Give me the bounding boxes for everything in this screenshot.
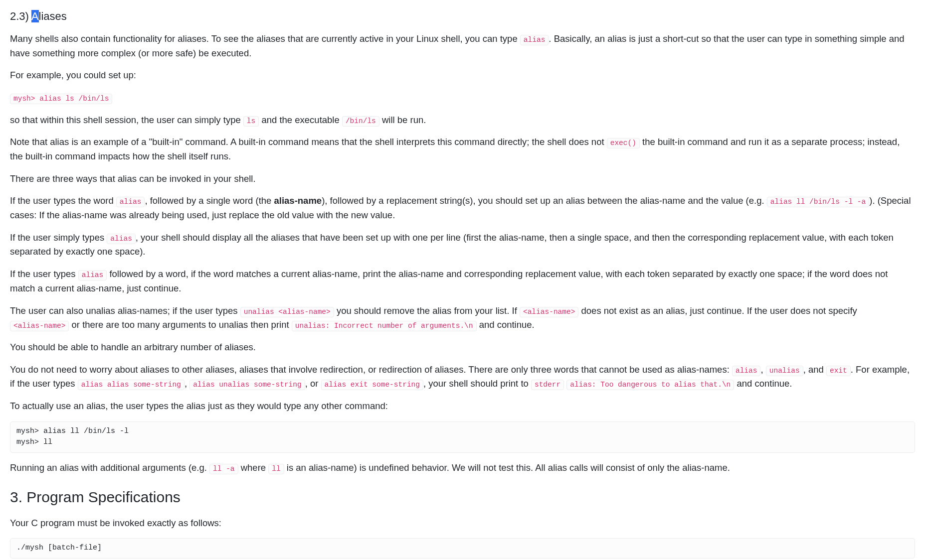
text: Running an alias with additional argumen… bbox=[10, 462, 209, 473]
inline-code: alias unalias some-string bbox=[189, 380, 305, 390]
text: , your shell should display all the alia… bbox=[10, 232, 894, 257]
text: , bbox=[185, 378, 189, 389]
paragraph: If the user types the word alias, follow… bbox=[10, 194, 915, 222]
text: is an alias-name) is undefined behavior.… bbox=[284, 462, 730, 473]
paragraph: If the user types alias followed by a wo… bbox=[10, 267, 915, 295]
text: If the user types the word bbox=[10, 195, 116, 206]
inline-code: alias bbox=[520, 35, 549, 45]
paragraph: so that within this shell session, the u… bbox=[10, 113, 915, 128]
text: so that within this shell session, the u… bbox=[10, 115, 243, 125]
text: If the user types bbox=[10, 269, 78, 279]
inline-code: alias exit some-string bbox=[321, 380, 423, 390]
inline-code: mysh> alias ls /bin/ls bbox=[10, 94, 112, 104]
text: followed by a word, if the word matches … bbox=[10, 269, 888, 293]
section-3-heading: 3. Program Specifications bbox=[10, 486, 915, 509]
paragraph: Your C program must be invoked exactly a… bbox=[10, 516, 915, 531]
inline-code: unalias: Incorrect number of arguments.\… bbox=[292, 321, 477, 331]
inline-code: alias bbox=[116, 197, 145, 207]
text: , or bbox=[305, 378, 321, 389]
code-block: ./mysh [batch-file] bbox=[10, 538, 915, 559]
paragraph: The user can also unalias alias-names; i… bbox=[10, 304, 915, 332]
text: The user can also unalias alias-names; i… bbox=[10, 305, 240, 316]
document-page: 2.3) Aliases Many shells also contain fu… bbox=[0, 0, 925, 560]
inline-code: stderr bbox=[531, 380, 564, 390]
inline-code: alias bbox=[107, 234, 136, 244]
inline-code: alias: Too dangerous to alias that.\n bbox=[566, 380, 734, 390]
text: You do not need to worry about aliases t… bbox=[10, 364, 732, 375]
text: will be run. bbox=[379, 115, 426, 125]
inline-code: ls bbox=[243, 116, 259, 127]
inline-code: alias bbox=[732, 366, 761, 376]
paragraph: There are three ways that alias can be i… bbox=[10, 172, 915, 186]
inline-code: alias ll /bin/ls -l -a bbox=[767, 197, 869, 207]
text: and continue. bbox=[477, 319, 535, 330]
text: ), followed by a replacement string(s), … bbox=[322, 195, 767, 206]
paragraph: You do not need to worry about aliases t… bbox=[10, 363, 915, 391]
paragraph: You should be able to handle an arbitrar… bbox=[10, 340, 915, 355]
inline-code: <alias-name> bbox=[10, 321, 69, 331]
text: , and bbox=[803, 364, 826, 375]
text: you should remove the alias from your li… bbox=[334, 305, 520, 316]
paragraph: If the user simply types alias, your she… bbox=[10, 231, 915, 259]
inline-code: unalias <alias-name> bbox=[240, 307, 334, 317]
text: , your shell should print to bbox=[423, 378, 531, 389]
heading-text: liases bbox=[39, 10, 67, 22]
section-23-heading: 2.3) Aliases bbox=[10, 8, 915, 25]
inline-code: alias bbox=[78, 270, 107, 280]
text: where bbox=[238, 462, 269, 473]
text: If the user simply types bbox=[10, 232, 107, 243]
text: Note that alias is an example of a "buil… bbox=[10, 137, 607, 147]
text: , bbox=[760, 364, 765, 375]
code-line: mysh> alias ls /bin/ls bbox=[10, 91, 915, 105]
bold-text: alias-name bbox=[274, 195, 322, 206]
paragraph: Note that alias is an example of a "buil… bbox=[10, 135, 915, 163]
paragraph: To actually use an alias, the user types… bbox=[10, 399, 915, 414]
code-block: mysh> alias ll /bin/ls -l mysh> ll bbox=[10, 421, 915, 453]
inline-code: exit bbox=[826, 366, 851, 376]
section-number: 2.3) bbox=[10, 10, 31, 22]
inline-code: ll -a bbox=[209, 464, 238, 474]
paragraph: Running an alias with additional argumen… bbox=[10, 461, 915, 475]
text: and the executable bbox=[259, 115, 342, 125]
inline-code: <alias-name> bbox=[520, 307, 578, 317]
text: or there are too many arguments to unali… bbox=[69, 319, 291, 330]
inline-code: alias alias some-string bbox=[78, 380, 185, 390]
text: Many shells also contain functionality f… bbox=[10, 33, 520, 44]
inline-code: exec() bbox=[607, 138, 640, 148]
inline-code: unalias bbox=[766, 366, 803, 376]
text: and continue. bbox=[734, 378, 792, 389]
inline-code: ll bbox=[268, 464, 284, 474]
selected-text: A bbox=[31, 10, 39, 22]
paragraph: For example, you could set up: bbox=[10, 68, 915, 83]
paragraph: Many shells also contain functionality f… bbox=[10, 32, 915, 60]
text: , followed by a single word (the bbox=[145, 195, 274, 206]
text: does not exist as an alias, just continu… bbox=[578, 305, 857, 316]
inline-code: /bin/ls bbox=[342, 116, 379, 127]
